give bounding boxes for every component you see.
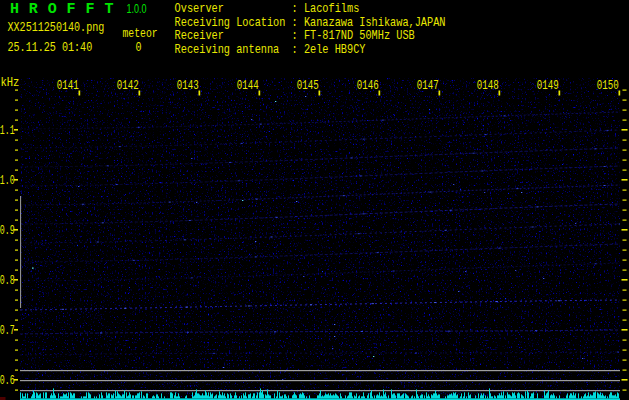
svg-text:0.6: 0.6 xyxy=(0,374,15,388)
svg-text:XX2511250140.png: XX2511250140.png xyxy=(8,19,105,34)
svg-text:0149: 0149 xyxy=(537,79,559,93)
svg-text:Receiving antenna : 2ele HB9C: Receiving antenna : 2ele HB9CY xyxy=(175,42,366,58)
svg-text:1.0: 1.0 xyxy=(0,174,15,188)
svg-text:0.7: 0.7 xyxy=(0,324,15,338)
svg-text:1.0.0: 1.0.0 xyxy=(127,1,147,15)
svg-text:0147: 0147 xyxy=(417,79,439,93)
svg-text:0150: 0150 xyxy=(597,79,619,93)
svg-text:0143: 0143 xyxy=(177,79,199,93)
svg-text:0.8: 0.8 xyxy=(0,274,15,288)
svg-text:kHz: kHz xyxy=(1,76,20,89)
svg-text:0142: 0142 xyxy=(117,79,139,93)
svg-text:0145: 0145 xyxy=(297,79,319,93)
svg-text:meteor: meteor xyxy=(123,25,158,40)
svg-text:1.1: 1.1 xyxy=(0,124,15,138)
svg-text:0.9: 0.9 xyxy=(0,224,15,238)
svg-text:0148: 0148 xyxy=(477,79,499,93)
svg-text:H R O F F T: H R O F F T xyxy=(10,1,114,18)
svg-text:25.11.25 01:40: 25.11.25 01:40 xyxy=(8,40,93,55)
svg-text:0: 0 xyxy=(136,40,142,55)
svg-text:0144: 0144 xyxy=(237,79,259,93)
svg-text:0146: 0146 xyxy=(357,79,379,93)
svg-text:0141: 0141 xyxy=(57,79,79,93)
